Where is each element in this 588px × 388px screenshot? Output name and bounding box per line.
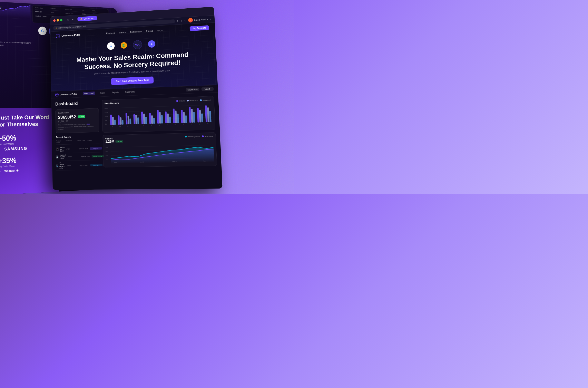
product-name: iPhone 15 [35,11,51,13]
revenue-card: Total Revenue $369,452 +6.77% $1,744,156… [55,108,99,133]
maximize-button[interactable] [60,19,62,22]
svg-line-8 [109,109,212,112]
legend-website: Website [176,100,185,102]
svg-text:100k: 100k [105,147,108,148]
revenue-badge: +6.77% [78,115,85,118]
legend-new: New Users [202,135,213,137]
orders-title: Recent Orders [56,135,99,139]
testimonial-title: Just Take Our Word for Themselves [0,114,53,128]
product-icon-1: 📱 [56,147,59,151]
svg-text:27: 27 [191,123,192,125]
legend-dot-returning [185,136,187,137]
order-id: #4685 [51,12,65,14]
month-selector[interactable]: September [186,88,200,92]
svg-rect-48 [181,110,183,123]
order-price-1: $1099 [60,150,66,152]
svg-text:12: 12 [127,125,129,127]
visitors-badge: +20.4% [116,140,123,143]
add-tab-icon[interactable]: + [181,19,182,23]
nav-pricing[interactable]: Pricing [146,30,153,32]
cta-button[interactable]: Start Your 30 Days Free Trial [111,76,154,85]
svg-text:Week 1: Week 1 [114,162,119,163]
legend-label-ads: Google Ads [203,99,211,101]
arrow-icon-1: ← [0,147,1,151]
back-button[interactable]: ◀ [66,18,70,22]
svg-text:$20k: $20k [105,107,108,109]
svg-text:$1k: $1k [105,123,107,125]
legend-ads: Google Ads [200,99,211,101]
svg-rect-13 [112,117,114,125]
sales-overview-card: Sales Overview Website Mobile App [102,96,215,133]
svg-text:24: 24 [183,124,184,125]
svg-text:11: 11 [119,126,121,127]
nav-dashboard[interactable]: Dashboard [83,92,95,95]
svg-rect-61 [207,107,210,122]
svg-rect-45 [175,110,177,123]
nav-faqs[interactable]: FAQs [157,29,163,32]
table-row: 💻 MacBook Pro M3 $1999 #4684 Sept 29, 20… [56,152,100,161]
product-icon-3: 👟 [56,164,58,168]
minimize-button[interactable] [57,19,59,22]
svg-text:22: 22 [175,124,176,125]
order-price-3: $219 [59,168,66,169]
brand-samsung: SAMSUNG [4,146,27,151]
svg-text:28: 28 [199,123,200,124]
landing-logo: Commerce Pulse [56,33,80,38]
sales-bar-chart: $20k $15k $10k $5k $1k [105,103,212,129]
order-id-3: #4683 [67,165,79,166]
visitors-line-chart: 100k 80k 60k 40k [105,143,214,164]
lock-icon: 🔒 [55,27,57,29]
tab-icon: 🏠 [80,18,83,20]
forward-button[interactable]: ▶ [71,17,74,22]
legend-dot-new [202,135,204,137]
nav-features[interactable]: Features [106,32,115,34]
col-product: Product Name [56,140,66,144]
svg-rect-17 [120,118,122,124]
order-date-3: Sept 29, 2023 [80,165,90,166]
svg-rect-34 [153,118,155,124]
dashboard-title: Dashboard [55,100,99,107]
legend-returning: Returning Users [185,135,200,138]
col-status: Status [87,139,99,143]
nav-sales[interactable]: Sales [99,91,107,95]
nav-reports[interactable]: Reports [111,91,120,95]
avatar: B [188,18,193,23]
col-header-status: Status [92,10,106,12]
sales-chart-legend: Website Mobile App Google Ads [176,99,212,102]
stripe-integration-icon: S [148,40,156,48]
product-icon-2: 💻 [56,155,58,159]
svg-text:19: 19 [159,124,160,126]
export-button[interactable]: Export ↑ [202,87,214,91]
revenue-label: Total Revenue [58,111,96,114]
svg-text:18: 18 [151,125,152,126]
nav-metrics[interactable]: Metrics [119,31,126,34]
nav-shipments[interactable]: Shipments [124,90,136,94]
svg-rect-44 [173,108,175,123]
visitors-header: Visitors 1.25M +20.4% Returning Users [105,135,213,144]
logo-text: Commerce Pulse [61,33,80,37]
svg-text:13: 13 [135,125,137,126]
svg-rect-49 [183,112,185,123]
browser-tab[interactable]: 🏠 Dashboard [77,16,97,22]
svg-text:40k: 40k [106,159,108,160]
revenue-description: This month's revenue has experienced a 2… [58,123,96,130]
chevron-down-icon[interactable]: ▼ [210,18,211,20]
svg-text:9: 9 [112,126,113,127]
share-icon[interactable]: ⬆ [177,20,179,22]
order-product-3: 👟 Air Jordan Legacy $219 [56,162,66,170]
svg-rect-16 [118,115,120,124]
legend-mobile: Mobile App [187,99,198,102]
svg-rect-26 [137,118,139,124]
orders-table-header: Product Name Order ID Order Date Status [56,139,100,145]
svg-rect-24 [133,114,135,124]
nav-testimonials[interactable]: Testimonials [130,30,142,33]
svg-text:$10k: $10k [105,116,108,117]
stat-row-1: +50% Avg. Daily Users ← SAMSUNG [0,133,53,152]
close-button[interactable] [53,19,55,22]
refresh-icon[interactable]: ↻ [184,19,187,22]
table-row: 👟 Air Jordan Legacy $219 #4683 Sept 29, … [56,160,100,171]
user-name: Breeje Anadkat [194,18,209,21]
legend-label-mobile: Mobile App [189,99,198,102]
tab-label: Dashboard [84,17,94,20]
buy-template-button[interactable]: Buy Template [190,25,209,31]
